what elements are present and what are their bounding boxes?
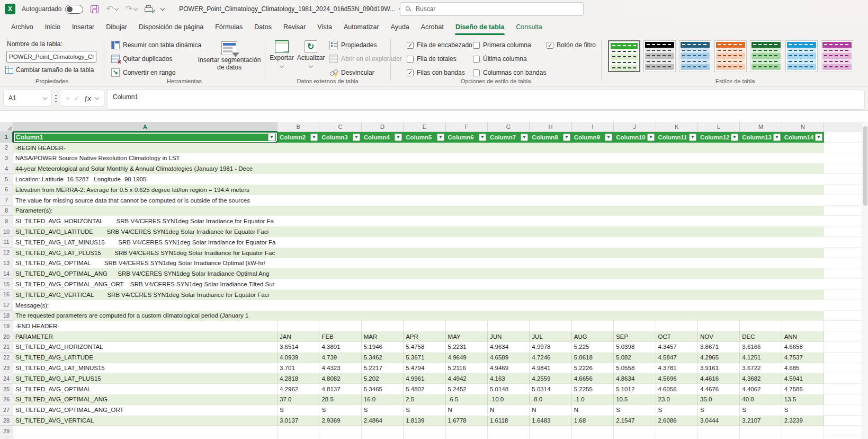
cell[interactable]: Elevation from MERRA-2: Average for 0.5 … xyxy=(13,185,278,195)
cell-value[interactable]: 5.3462 xyxy=(362,353,404,363)
cell[interactable]: The value for missing source data that c… xyxy=(13,195,278,206)
summarize-pivottable-button[interactable]: Resumir con tabla dinámica xyxy=(111,41,201,49)
cell-value[interactable]: 4.1251 xyxy=(740,353,782,363)
resize-table-button[interactable]: Cambiar tamaño de la tabla xyxy=(5,66,94,74)
cell-month-jul[interactable]: JUL xyxy=(530,331,571,342)
cell-value[interactable]: 1.68 xyxy=(572,416,614,426)
cell[interactable] xyxy=(782,321,824,331)
cell[interactable] xyxy=(614,321,656,331)
cell-value[interactable]: 2.4864 xyxy=(362,416,404,426)
cell[interactable] xyxy=(530,436,571,439)
cell-value[interactable]: S xyxy=(656,405,698,416)
cell[interactable] xyxy=(13,436,278,439)
filter-button[interactable] xyxy=(353,134,360,141)
cell-value[interactable]: 1.8139 xyxy=(404,416,445,426)
cell-value[interactable]: 4.5941 xyxy=(782,373,824,384)
filter-button[interactable] xyxy=(395,134,402,141)
cell[interactable] xyxy=(446,426,488,436)
cell-value[interactable]: 4.8137 xyxy=(319,384,361,394)
cell-value[interactable]: 5.0618 xyxy=(572,353,614,363)
cell-value[interactable]: 16.0 xyxy=(362,394,404,405)
table-header-cell-column7[interactable]: Column7 xyxy=(488,132,530,143)
empty-cell[interactable] xyxy=(824,268,862,279)
cell-value[interactable]: 5.082 xyxy=(614,353,656,363)
unlink-button[interactable]: ⚡ Desvincular xyxy=(329,68,374,77)
autosave-control[interactable]: Autoguardado xyxy=(22,5,83,14)
cell-value[interactable]: 4.0939 xyxy=(278,353,319,363)
cell[interactable]: SI_TILTED_AVG_OPTIMAL_ANG SRB V4/CERES S… xyxy=(13,268,278,279)
row-number[interactable]: 22 xyxy=(0,353,13,363)
cell[interactable] xyxy=(278,163,824,174)
cell-value[interactable]: 1.6483 xyxy=(530,416,571,426)
cell-value[interactable]: 3.6514 xyxy=(278,342,319,353)
table-header-cell-column3[interactable]: Column3 xyxy=(319,132,361,143)
cell-value[interactable]: 3.2107 xyxy=(740,416,782,426)
cell[interactable] xyxy=(319,436,361,439)
cell[interactable] xyxy=(278,206,824,216)
cell[interactable] xyxy=(740,321,782,331)
cell[interactable] xyxy=(278,426,319,436)
empty-cell[interactable] xyxy=(824,226,862,237)
empty-cell[interactable] xyxy=(824,258,862,269)
cell-value[interactable]: 4.3457 xyxy=(656,342,698,353)
row-number[interactable]: 14 xyxy=(0,268,13,279)
cell-value[interactable]: 5.2231 xyxy=(446,342,488,353)
empty-cell[interactable] xyxy=(824,132,862,143)
cell[interactable] xyxy=(278,258,824,269)
table-header-cell-column5[interactable]: Column5 xyxy=(404,132,445,143)
cell-value[interactable]: 4.9469 xyxy=(488,363,530,374)
row-number[interactable]: 3 xyxy=(0,153,13,164)
cell[interactable] xyxy=(319,321,361,331)
empty-cell[interactable] xyxy=(824,436,862,439)
tab-consulta[interactable]: Consulta xyxy=(510,19,548,35)
tab-archivo[interactable]: Archivo xyxy=(5,19,39,35)
table-header-cell-column1[interactable]: Column1 xyxy=(13,132,278,143)
cell-value[interactable]: N xyxy=(488,405,530,416)
tab-datos[interactable]: Datos xyxy=(248,19,278,35)
cell-value[interactable]: 4.9649 xyxy=(446,353,488,363)
cell-value[interactable]: 5.2452 xyxy=(446,384,488,394)
cell-value[interactable]: 5.3465 xyxy=(362,384,404,394)
empty-cell[interactable] xyxy=(824,405,862,416)
cell-value[interactable]: 3.6166 xyxy=(740,342,782,353)
cell-value[interactable]: 4.4062 xyxy=(740,384,782,394)
tab-dibujar[interactable]: Dibujar xyxy=(100,19,133,35)
enter-icon[interactable]: ✓ xyxy=(74,94,80,102)
row-number[interactable]: 4 xyxy=(0,163,13,174)
empty-cell[interactable] xyxy=(824,185,862,195)
cell-value[interactable]: 5.0558 xyxy=(614,363,656,374)
cell-value[interactable]: 5.1946 xyxy=(362,342,404,353)
cell-value[interactable]: 4.3781 xyxy=(656,363,698,374)
cell-value[interactable]: 4.8634 xyxy=(614,373,656,384)
document-title[interactable]: POWER_Point_Climatology_Climatology_1981… xyxy=(179,5,402,13)
row-number[interactable]: 23 xyxy=(0,363,13,374)
autosave-toggle[interactable] xyxy=(65,5,83,14)
cell[interactable] xyxy=(530,426,571,436)
cell-value[interactable]: 2.3239 xyxy=(782,416,824,426)
cell-param[interactable]: SI_TILTED_AVG_OPTIMAL_ANG xyxy=(13,394,278,405)
checkbox-fila-de-totales[interactable]: Fila de totales xyxy=(407,55,457,63)
tab-insertar[interactable]: Insertar xyxy=(66,19,100,35)
row-number[interactable]: 10 xyxy=(0,226,13,237)
cell[interactable] xyxy=(278,436,319,439)
empty-cell[interactable] xyxy=(824,363,862,374)
column-header-B[interactable]: B xyxy=(278,122,319,132)
column-header-J[interactable]: J xyxy=(614,122,656,132)
column-header-I[interactable]: I xyxy=(572,122,614,132)
cell-value[interactable]: 2.6086 xyxy=(656,416,698,426)
select-all-corner[interactable] xyxy=(0,122,13,132)
column-header-A[interactable]: A xyxy=(13,122,278,132)
tab-disposici-n-de-p-gina[interactable]: Disposición de página xyxy=(133,19,209,35)
tab-inicio[interactable]: Inicio xyxy=(39,19,66,35)
cell[interactable] xyxy=(572,426,614,436)
cell-value[interactable]: 5.0148 xyxy=(488,384,530,394)
cell-value[interactable]: 28.5 xyxy=(319,394,361,405)
cell-param[interactable]: SI_TILTED_AVG_HORIZONTAL xyxy=(13,342,278,353)
table-header-cell-column8[interactable]: Column8 xyxy=(530,132,571,143)
cell[interactable]: SI_TILTED_AVG_LATITUDE SRB V4/CERES SYN1… xyxy=(13,226,278,237)
table-header-cell-column2[interactable]: Column2 xyxy=(278,132,319,143)
cell-value[interactable]: 4.2965 xyxy=(698,353,740,363)
empty-cell[interactable] xyxy=(824,174,862,185)
cell-value[interactable]: 5.2255 xyxy=(572,384,614,394)
empty-cell[interactable] xyxy=(824,321,862,331)
